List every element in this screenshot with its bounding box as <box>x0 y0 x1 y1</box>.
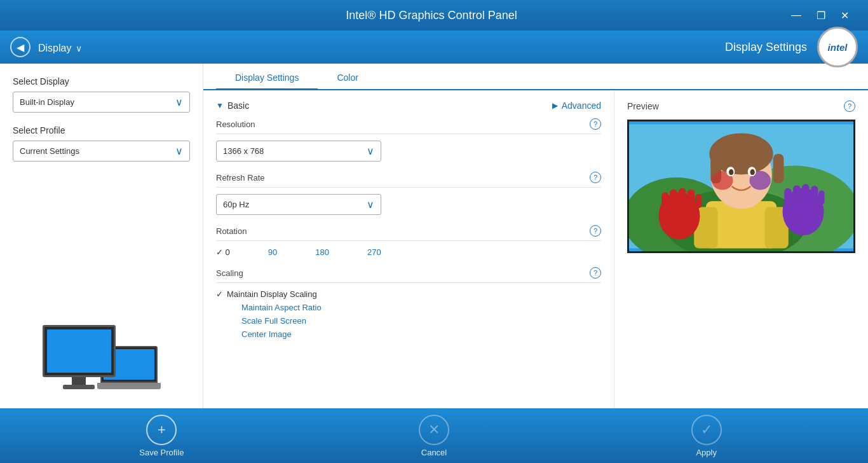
refresh-rate-help-icon[interactable]: ? <box>590 172 601 183</box>
display-dropdown[interactable]: Built-in Display ∨ <box>13 92 190 113</box>
rotation-0[interactable]: ✓ 0 <box>216 247 230 257</box>
svg-rect-22 <box>688 190 695 206</box>
preview-svg <box>629 121 853 251</box>
refresh-rate-value: 60p Hz <box>223 200 249 209</box>
svg-rect-20 <box>670 190 677 207</box>
cancel-button[interactable]: ✕ Cancel <box>419 415 449 457</box>
resolution-help-icon[interactable]: ? <box>590 118 601 130</box>
title-bar: Intel® HD Graphics Control Panel — ❐ ✕ <box>0 0 868 31</box>
nav-right-title: Display Settings <box>725 41 807 54</box>
rotation-180[interactable]: 180 <box>315 247 329 257</box>
cancel-label: Cancel <box>421 448 447 457</box>
svg-point-17 <box>750 169 754 175</box>
scaling-maintain-aspect[interactable]: Maintain Aspect Ratio <box>229 303 601 312</box>
preview-panel: Preview ? <box>614 90 868 408</box>
resolution-label: Resolution <box>216 120 255 129</box>
nav-title-arrow: ∨ <box>76 43 82 53</box>
settings-main: ▼ Basic ▶ Advanced Resolution ? <box>203 90 614 408</box>
scaling-maintain-aspect-label[interactable]: Maintain Aspect Ratio <box>241 303 601 312</box>
rotation-help-icon[interactable]: ? <box>590 225 601 237</box>
profile-dropdown-value: Current Settings <box>20 146 79 156</box>
rotation-label-row: Rotation ? <box>216 225 601 237</box>
basic-triangle-icon: ▼ <box>216 101 224 110</box>
back-icon: ◀ <box>17 41 24 53</box>
resolution-label-row: Resolution ? <box>216 118 601 130</box>
main-content: Select Display Built-in Display ∨ Select… <box>0 64 868 408</box>
refresh-rate-setting: Refresh Rate ? 60p Hz ∨ <box>216 172 601 215</box>
rotation-label: Rotation <box>216 226 247 236</box>
scaling-help-icon[interactable]: ? <box>590 267 601 279</box>
resolution-dropdown[interactable]: 1366 x 768 ∨ <box>216 141 381 162</box>
svg-rect-28 <box>811 186 818 202</box>
svg-point-16 <box>729 169 733 175</box>
preview-header: Preview ? <box>627 100 855 112</box>
basic-label: Basic <box>227 100 249 111</box>
apply-icon: ✓ <box>691 415 722 445</box>
resolution-divider <box>216 134 601 134</box>
monitor-illustration <box>13 325 190 396</box>
refresh-rate-dropdown[interactable]: 60p Hz ∨ <box>216 194 381 215</box>
scaling-maintain-display[interactable]: ✓ Maintain Display Scaling <box>216 289 601 299</box>
preview-image <box>627 120 855 253</box>
svg-rect-19 <box>661 192 668 210</box>
advanced-label[interactable]: Advanced <box>562 100 601 111</box>
tab-color[interactable]: Color <box>318 64 377 89</box>
resolution-value: 1366 x 768 <box>223 146 264 156</box>
preview-title: Preview <box>627 101 659 111</box>
profile-dropdown-arrow: ∨ <box>175 145 183 157</box>
svg-rect-11 <box>773 154 784 183</box>
rotation-90[interactable]: 90 <box>268 247 277 257</box>
save-profile-label: Save Profile <box>139 448 184 457</box>
preview-help-icon[interactable]: ? <box>844 100 855 112</box>
svg-rect-27 <box>802 184 809 200</box>
scaling-full-screen[interactable]: Scale Full Screen <box>229 316 601 326</box>
cancel-icon: ✕ <box>419 415 449 445</box>
scaling-full-screen-label[interactable]: Scale Full Screen <box>241 316 601 326</box>
profile-dropdown[interactable]: Current Settings ∨ <box>13 141 190 162</box>
apply-label: Apply <box>696 448 717 457</box>
nav-title: Display ∨ <box>38 39 82 55</box>
svg-rect-23 <box>696 194 702 208</box>
refresh-rate-label: Refresh Rate <box>216 173 265 183</box>
left-panel: Select Display Built-in Display ∨ Select… <box>0 64 203 408</box>
scaling-center-image[interactable]: Center Image <box>229 329 601 339</box>
save-profile-section: + Save Profile <box>25 415 298 457</box>
apply-button[interactable]: ✓ Apply <box>691 415 722 457</box>
tab-display-settings[interactable]: Display Settings <box>216 64 318 89</box>
tabs: Display Settings Color <box>203 64 868 90</box>
resolution-dropdown-arrow: ∨ <box>367 145 374 157</box>
scaling-label-row: Scaling ? <box>216 267 601 279</box>
intel-logo: intel <box>817 27 858 67</box>
refresh-rate-dropdown-arrow: ∨ <box>367 198 374 211</box>
right-panel: Display Settings Color ▼ Basic ▶ Advance <box>203 64 868 408</box>
refresh-rate-divider <box>216 187 601 188</box>
apply-section: ✓ Apply <box>570 415 843 457</box>
close-button[interactable]: ✕ <box>837 8 853 23</box>
settings-content: ▼ Basic ▶ Advanced Resolution ? <box>203 90 868 408</box>
rotation-options: ✓ 0 90 180 270 <box>216 247 601 257</box>
minimize-button[interactable]: — <box>787 8 805 23</box>
scaling-maintain-display-label: Maintain Display Scaling <box>227 289 317 299</box>
display-dropdown-arrow: ∨ <box>175 96 183 108</box>
restore-button[interactable]: ❐ <box>813 8 829 23</box>
svg-rect-29 <box>818 191 824 205</box>
rotation-divider <box>216 240 601 241</box>
svg-rect-21 <box>679 188 686 205</box>
refresh-rate-label-row: Refresh Rate ? <box>216 172 601 183</box>
bottom-bar: + Save Profile ✕ Cancel ✓ Apply <box>0 408 868 463</box>
scaling-center-image-label[interactable]: Center Image <box>241 329 601 339</box>
svg-rect-26 <box>793 185 800 203</box>
select-profile-label: Select Profile <box>13 125 190 135</box>
save-profile-icon: + <box>146 415 177 445</box>
nav-bar: ◀ Display ∨ Display Settings intel <box>0 31 868 64</box>
rotation-270[interactable]: 270 <box>367 247 381 257</box>
svg-rect-25 <box>784 188 791 206</box>
save-profile-button[interactable]: + Save Profile <box>139 415 184 457</box>
resolution-setting: Resolution ? 1366 x 768 ∨ <box>216 118 601 162</box>
scaling-setting: Scaling ? ✓ Maintain Display Scaling Mai… <box>216 267 601 339</box>
cancel-section: ✕ Cancel <box>298 415 571 457</box>
select-display-label: Select Display <box>13 76 190 86</box>
advanced-section[interactable]: ▶ Advanced <box>552 100 601 111</box>
back-button[interactable]: ◀ <box>10 37 31 57</box>
section-header-row: ▼ Basic ▶ Advanced <box>216 100 601 111</box>
